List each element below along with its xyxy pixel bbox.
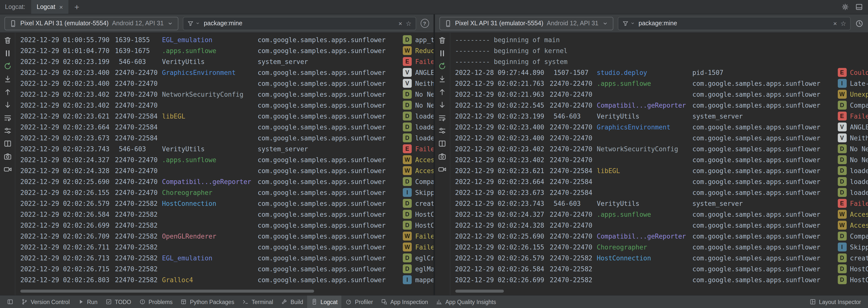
statusbar-item-profiler[interactable]: Profiler: [342, 296, 377, 308]
favorite-filter-button[interactable]: ☆: [840, 20, 846, 27]
video-icon[interactable]: [3, 165, 12, 174]
log-row[interactable]: 2022-12-29 02:02:23.40222470-22470com.go…: [450, 154, 868, 165]
arrow-down-icon[interactable]: [438, 101, 446, 109]
restart-icon[interactable]: [438, 62, 446, 71]
log-row[interactable]: 2022-12-29 02:02:23.66422470-22584com.go…: [16, 121, 433, 133]
log-row[interactable]: 2022-12-29 02:02:24.32722470-22470.apps.…: [16, 154, 433, 165]
statusbar-item-layout-inspector[interactable]: Layout Inspector: [806, 296, 865, 308]
log-row[interactable]: 2022-12-29 02:02:23.40022470-22470Graphi…: [16, 67, 433, 78]
log-row[interactable]: 2022-12-29 02:02:24.32822470-22470com.go…: [450, 220, 868, 231]
log-row[interactable]: 2022-12-29 02:02:23.40022470-22470com.go…: [16, 78, 433, 89]
log-row[interactable]: 2022-12-29 01:01:04.7701639-1675.apps.su…: [16, 45, 433, 56]
pause-icon[interactable]: [3, 49, 12, 58]
log-row[interactable]: 2022-12-29 02:02:23.199 546-603VerityUti…: [16, 56, 433, 67]
log-row[interactable]: 2022-12-29 02:02:26.69922470-22582com.go…: [450, 274, 868, 285]
log-row[interactable]: 2022-12-29 02:02:26.71122470-22582com.go…: [16, 242, 433, 252]
log-row[interactable]: 2022-12-29 02:02:26.15522470-22470Choreo…: [16, 187, 433, 198]
statusbar-item-terminal[interactable]: Terminal: [238, 296, 277, 308]
scrollbar-thumb[interactable]: [20, 290, 314, 292]
log-list[interactable]: --------- beginning of main--------- beg…: [450, 33, 868, 295]
log-row[interactable]: 2022-12-29 02:02:26.71322470-22582EGL_em…: [16, 252, 433, 263]
filter-icon[interactable]: [188, 20, 194, 27]
log-row[interactable]: 2022-12-29 02:02:23.199 546-603VerityUti…: [450, 111, 868, 121]
log-row[interactable]: 2022-12-29 02:02:26.57922470-22582HostCo…: [450, 252, 868, 263]
log-row[interactable]: 2022-12-29 02:02:25.69022470-22470Compat…: [16, 176, 433, 187]
favorite-filter-button[interactable]: ☆: [406, 20, 411, 27]
log-row[interactable]: 2022-12-29 02:02:26.71522470-22582com.go…: [16, 263, 433, 274]
filter-icon[interactable]: [622, 20, 629, 27]
new-tab-button[interactable]: +: [74, 3, 79, 11]
statusbar-item-run[interactable]: Run: [73, 296, 101, 308]
log-row[interactable]: 2022-12-29 02:02:24.32822470-22470com.go…: [16, 165, 433, 176]
log-row[interactable]: 2022-12-29 02:02:22.54522470-22470Compat…: [450, 100, 868, 111]
log-row[interactable]: 2022-12-29 02:02:21.76322470-22470.apps.…: [450, 78, 868, 89]
split-icon[interactable]: [438, 139, 446, 148]
config-icon[interactable]: [3, 127, 12, 135]
statusbar-item-todo[interactable]: TODO: [101, 296, 135, 308]
log-row[interactable]: 2022-12-29 02:02:26.80322470-22582Grallo…: [16, 274, 433, 285]
log-row[interactable]: --------- beginning of kernel: [450, 45, 868, 56]
scrollbar-thumb[interactable]: [455, 290, 504, 292]
log-row[interactable]: 2022-12-29 02:02:23.40022470-22470Graphi…: [450, 121, 868, 133]
soft-wrap-icon[interactable]: [438, 114, 446, 122]
trash-icon[interactable]: [438, 36, 446, 45]
filter-input[interactable]: package:mine: [204, 20, 243, 27]
scroll-end-icon[interactable]: [438, 75, 446, 83]
tab-close-icon[interactable]: ×: [59, 4, 63, 10]
gear-icon[interactable]: [841, 3, 849, 11]
log-row[interactable]: 2022-12-29 02:02:26.15522470-22470Choreo…: [450, 242, 868, 252]
log-row[interactable]: 2022-12-29 02:02:23.40222470-22470Networ…: [16, 89, 433, 100]
statusbar-item-app-inspection[interactable]: App Inspection: [377, 296, 432, 308]
log-row[interactable]: 2022-12-29 02:02:23.67322470-22584com.go…: [16, 133, 433, 143]
log-row[interactable]: 2022-12-29 02:02:25.69022470-22470Compat…: [450, 231, 868, 242]
log-row[interactable]: 2022-12-29 02:02:26.69922470-22582com.go…: [16, 220, 433, 231]
pause-icon[interactable]: [438, 49, 446, 58]
tab-logcat[interactable]: Logcat ×: [31, 0, 68, 14]
log-row[interactable]: 2022-12-29 02:02:23.40222470-22470com.go…: [16, 100, 433, 111]
log-row[interactable]: 2022-12-29 02:02:23.743 546-603VerityUti…: [16, 143, 433, 154]
filter-caret-icon[interactable]: [630, 21, 635, 26]
clear-filter-button[interactable]: ×: [399, 20, 402, 27]
arrow-up-icon[interactable]: [438, 88, 446, 96]
statusbar-item-problems[interactable]: Problems: [135, 296, 177, 308]
log-row[interactable]: 2022-12-29 02:02:26.57922470-22582HostCo…: [16, 198, 433, 209]
soft-wrap-icon[interactable]: [3, 114, 12, 122]
statusbar-item-app-quality-insights[interactable]: App Quality Insights: [432, 296, 500, 308]
video-icon[interactable]: [438, 165, 446, 174]
horizontal-scrollbar[interactable]: [20, 290, 428, 292]
log-row[interactable]: 2022-12-29 02:02:26.70922470-22582OpenGL…: [16, 231, 433, 242]
arrow-down-icon[interactable]: [3, 101, 12, 109]
split-icon[interactable]: [3, 139, 12, 148]
clear-filter-button[interactable]: ×: [833, 20, 837, 27]
log-row[interactable]: 2022-12-29 02:02:23.67322470-22584com.go…: [450, 187, 868, 198]
restart-icon[interactable]: [3, 62, 12, 71]
log-row[interactable]: 2022-12-29 02:02:26.58422470-22582com.go…: [16, 209, 433, 220]
arrow-up-icon[interactable]: [3, 88, 12, 96]
horizontal-scrollbar[interactable]: [455, 290, 863, 292]
camera-icon[interactable]: [438, 152, 446, 161]
log-row[interactable]: 2022-12-29 02:02:26.58422470-22582com.go…: [450, 263, 868, 274]
trash-icon[interactable]: [3, 36, 12, 45]
log-row[interactable]: 2022-12-28 09:27:44.890 1507-1507studio.…: [450, 67, 868, 78]
log-row[interactable]: 2022-12-29 02:02:23.62122470-22584libEGL…: [16, 111, 433, 121]
config-icon[interactable]: [438, 127, 446, 135]
scroll-end-icon[interactable]: [3, 75, 12, 83]
help-button[interactable]: ?: [421, 19, 429, 28]
device-selector[interactable]: Pixel XL API 31 (emulator-5554) Android …: [4, 17, 179, 30]
log-row[interactable]: --------- beginning of main: [450, 34, 868, 45]
log-row[interactable]: 2022-12-29 02:02:23.62122470-22584libEGL…: [450, 165, 868, 176]
filter-box[interactable]: package:mine × ☆: [183, 17, 416, 30]
log-row[interactable]: 2022-12-29 02:02:21.96322470-22470com.go…: [450, 89, 868, 100]
dock-icon[interactable]: [855, 3, 863, 11]
log-row[interactable]: 2022-12-29 02:02:23.66422470-22584com.go…: [450, 176, 868, 187]
log-row[interactable]: --------- beginning of system: [450, 56, 868, 67]
clock-button[interactable]: [855, 19, 864, 28]
statusbar-item-python-packages[interactable]: Python Packages: [177, 296, 238, 308]
statusbar-item-version-control[interactable]: Version Control: [17, 296, 73, 308]
log-row[interactable]: 2022-12-29 02:02:23.40222470-22470Networ…: [450, 143, 868, 154]
log-list[interactable]: 2022-12-29 01:00:55.7901639-1855EGL_emul…: [16, 33, 433, 295]
statusbar-item-window[interactable]: [3, 296, 17, 308]
device-selector[interactable]: Pixel XL API 31 (emulator-5554) Android …: [439, 17, 613, 30]
filter-input[interactable]: package:mine: [639, 20, 677, 27]
filter-caret-icon[interactable]: [195, 21, 200, 26]
